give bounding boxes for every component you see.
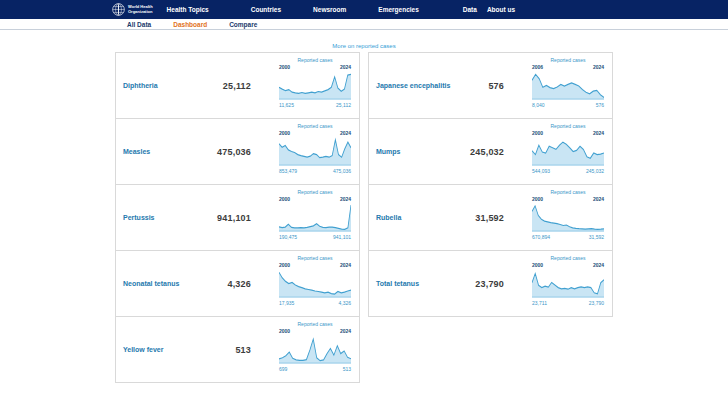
chart-value-end: 23,790 <box>589 300 604 307</box>
nav-item-about-us[interactable]: About us <box>487 6 515 13</box>
main-nav: Health TopicsCountriesNewsroomEmergencie… <box>167 6 515 13</box>
sparkline <box>279 203 351 233</box>
chart-title: Reported cases <box>532 123 604 130</box>
who-logo-text: World Health Organization <box>128 5 153 14</box>
sparkline-chart: Reported cases20002024670,89431,592 <box>532 189 604 241</box>
disease-card-yellow-fever[interactable]: Yellow fever513Reported cases20002024699… <box>115 316 360 383</box>
reported-cases-value: 4,326 <box>186 279 251 289</box>
sparkline <box>532 71 604 101</box>
chart-year-start: 2000 <box>532 262 543 269</box>
disease-card-measles[interactable]: Measles475,036Reported cases20002024853,… <box>115 118 360 185</box>
disease-name: Yellow fever <box>123 346 163 354</box>
chart-value-end: 31,592 <box>589 234 604 241</box>
chart-year-start: 2000 <box>532 130 543 137</box>
top-navbar: World Health Organization Health TopicsC… <box>0 0 728 19</box>
disease-card-total-tetanus[interactable]: Total tetanus23,790Reported cases2000202… <box>368 250 613 317</box>
chart-year-end: 2024 <box>340 130 351 137</box>
who-logo[interactable]: World Health Organization <box>112 3 153 16</box>
sparkline <box>279 269 351 299</box>
subnav-tab-all-data[interactable]: All Data <box>127 21 151 28</box>
chart-value-start: 17,935 <box>279 300 294 307</box>
chart-value-start: 8,040 <box>532 102 545 109</box>
disease-card-japanese-encephalitis[interactable]: Japanese encephalitis576Reported cases20… <box>368 52 613 119</box>
chart-value-end: 576 <box>596 102 604 109</box>
chart-year-start: 2000 <box>279 130 290 137</box>
sparkline-chart: Reported cases20002024853,479475,036 <box>279 123 351 175</box>
reported-cases-value: 245,032 <box>439 147 504 157</box>
chart-title: Reported cases <box>279 57 351 64</box>
chart-year-end: 2024 <box>593 196 604 203</box>
sparkline-chart: Reported cases2000202417,9354,326 <box>279 255 351 307</box>
nav-item-newsroom[interactable]: Newsroom <box>313 6 346 13</box>
chart-value-end: 245,032 <box>586 168 604 175</box>
disease-card-diphtheria[interactable]: Diphtheria25,112Reported cases2000202411… <box>115 52 360 119</box>
subnav-tab-compare[interactable]: Compare <box>229 21 257 28</box>
sparkline <box>532 137 604 167</box>
nav-item-data[interactable]: Data <box>463 6 477 13</box>
reported-cases-value: 25,112 <box>186 81 251 91</box>
disease-cards-grid: Diphtheria25,112Reported cases2000202411… <box>115 53 613 383</box>
reported-cases-value: 475,036 <box>186 147 251 157</box>
disease-card-rubella[interactable]: Rubella31,592Reported cases20002024670,8… <box>368 184 613 251</box>
chart-title: Reported cases <box>532 189 604 196</box>
nav-item-health-topics[interactable]: Health Topics <box>167 6 209 13</box>
nav-item-countries[interactable]: Countries <box>251 6 281 13</box>
more-on-reported-cases-link[interactable]: More on reported cases <box>332 43 395 49</box>
disease-card-pertussis[interactable]: Pertussis941,101Reported cases2000202419… <box>115 184 360 251</box>
chart-value-start: 699 <box>279 366 287 373</box>
disease-name: Rubella <box>376 214 401 222</box>
chart-year-start: 2000 <box>279 262 290 269</box>
more-link-row: More on reported cases <box>0 34 728 42</box>
sparkline-chart: Reported cases20002024699513 <box>279 321 351 373</box>
sparkline <box>532 203 604 233</box>
sparkline-chart: Reported cases2000202411,62525,112 <box>279 57 351 109</box>
chart-title: Reported cases <box>532 57 604 64</box>
sparkline <box>279 335 351 365</box>
chart-year-end: 2024 <box>593 262 604 269</box>
nav-item-emergencies[interactable]: Emergencies <box>378 6 418 13</box>
chart-year-end: 2024 <box>340 64 351 71</box>
disease-card-mumps[interactable]: Mumps245,032Reported cases20002024544,09… <box>368 118 613 185</box>
disease-name: Pertussis <box>123 214 155 222</box>
chart-title: Reported cases <box>279 123 351 130</box>
chart-year-start: 2000 <box>279 328 290 335</box>
sparkline-chart: Reported cases200620248,040576 <box>532 57 604 109</box>
sparkline-chart: Reported cases20002024544,093245,032 <box>532 123 604 175</box>
chart-value-start: 670,894 <box>532 234 550 241</box>
disease-name: Measles <box>123 148 150 156</box>
subnav-tab-dashboard[interactable]: Dashboard <box>173 21 207 28</box>
disease-card-neonatal-tetanus[interactable]: Neonatal tetanus4,326Reported cases20002… <box>115 250 360 317</box>
chart-year-end: 2024 <box>340 328 351 335</box>
sparkline <box>279 71 351 101</box>
sparkline-chart: Reported cases20002024190,475941,101 <box>279 189 351 241</box>
chart-value-end: 513 <box>343 366 351 373</box>
sparkline <box>279 137 351 167</box>
chart-year-end: 2024 <box>593 130 604 137</box>
sub-navbar: All DataDashboardCompare <box>0 19 728 30</box>
reported-cases-value: 941,101 <box>186 213 251 223</box>
chart-value-start: 23,711 <box>532 300 547 307</box>
sparkline-chart: Reported cases2000202423,71123,790 <box>532 255 604 307</box>
chart-value-end: 941,101 <box>333 234 351 241</box>
chart-year-start: 2000 <box>279 196 290 203</box>
chart-year-start: 2006 <box>532 64 543 71</box>
chart-value-end: 475,036 <box>333 168 351 175</box>
chart-value-start: 853,479 <box>279 168 297 175</box>
chart-value-start: 11,625 <box>279 102 294 109</box>
reported-cases-value: 23,790 <box>439 279 504 289</box>
reported-cases-value: 576 <box>439 81 504 91</box>
chart-title: Reported cases <box>532 255 604 262</box>
chart-year-end: 2024 <box>340 262 351 269</box>
chart-value-end: 4,326 <box>338 300 351 307</box>
reported-cases-value: 513 <box>186 345 251 355</box>
chart-year-end: 2024 <box>593 64 604 71</box>
chart-year-end: 2024 <box>340 196 351 203</box>
disease-name: Neonatal tetanus <box>123 280 179 288</box>
chart-title: Reported cases <box>279 321 351 328</box>
sparkline <box>532 269 604 299</box>
disease-name: Total tetanus <box>376 280 419 288</box>
chart-value-start: 190,475 <box>279 234 297 241</box>
chart-title: Reported cases <box>279 189 351 196</box>
chart-title: Reported cases <box>279 255 351 262</box>
disease-name: Mumps <box>376 148 401 156</box>
